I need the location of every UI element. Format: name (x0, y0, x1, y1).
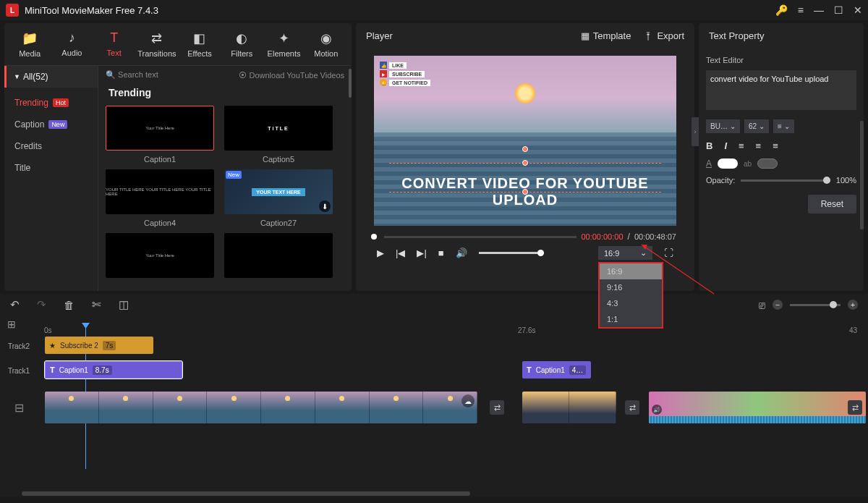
transition-button-1[interactable]: ⇄ (490, 400, 504, 415)
bold-button[interactable]: B (706, 140, 712, 151)
fullscreen-button[interactable]: ⛶ (664, 248, 673, 258)
text-clip-icon: T (50, 365, 55, 374)
font-size-select[interactable]: 62 ⌄ (744, 119, 769, 133)
close-icon[interactable]: ✕ (854, 4, 862, 16)
chevron-down-icon: ⌄ (640, 248, 647, 258)
category-title[interactable]: Title (4, 157, 98, 179)
align-center-button[interactable]: ≡ (756, 140, 762, 151)
asset-panel: 📁Media ♪Audio TText ⇄Transitions ◧Effect… (4, 23, 352, 291)
transition-button-3[interactable]: ⇄ (848, 400, 862, 415)
download-icon[interactable]: ⬇ (319, 200, 331, 212)
player-panel: Player ▦Template ⭱Export 👍LIKE ▶SUBSCRIB… (356, 23, 694, 291)
snap-button[interactable]: ⎚ (759, 299, 765, 311)
stop-button[interactable]: ■ (438, 248, 444, 258)
category-trending[interactable]: TrendingHot (4, 92, 98, 114)
highlight-button[interactable]: ab (744, 160, 752, 168)
template-caption5[interactable]: TITLE Caption5 (224, 106, 333, 164)
font-family-select[interactable]: BU… ⌄ (706, 119, 740, 133)
ratio-option-4-3[interactable]: 4:3 (600, 295, 662, 311)
opacity-value: 100% (836, 176, 856, 185)
template-icon: ▦ (581, 30, 590, 41)
transition-button-2[interactable]: ⇄ (625, 400, 639, 415)
export-button[interactable]: ⭱Export (644, 30, 684, 41)
text-color-button[interactable]: A (706, 158, 712, 169)
text-clip-icon: T (527, 365, 532, 374)
opacity-slider[interactable] (741, 179, 830, 182)
ratio-option-9-16[interactable]: 9:16 (600, 279, 662, 295)
video-clip-1[interactable]: ☁ (45, 392, 477, 423)
app-logo: L (6, 4, 19, 17)
category-caption[interactable]: CaptionNew (4, 114, 98, 135)
line-spacing-select[interactable]: ≡ ⌄ (773, 119, 794, 133)
grid-title: Trending (109, 87, 341, 98)
text-editor-label: Text Editor (706, 56, 856, 64)
color-swatch[interactable] (718, 158, 738, 169)
video-clip-2[interactable] (522, 392, 616, 423)
maximize-icon[interactable]: ☐ (834, 4, 843, 16)
search-input[interactable]: 🔍 Search text (106, 70, 158, 80)
minimize-icon[interactable]: — (814, 4, 824, 16)
scrubber-track[interactable] (384, 236, 576, 238)
template-caption4[interactable]: YOUR TITLE HERE YOUR TITLE HERE YOUR TIT… (106, 169, 214, 227)
zoom-out-button[interactable]: − (773, 300, 783, 310)
aspect-ratio-select[interactable]: 16:9⌄ 16:9 9:16 4:3 1:1 (598, 246, 652, 260)
template-extra1[interactable]: Your Title Here (106, 233, 214, 278)
tab-media[interactable]: 📁Media (10, 26, 49, 62)
properties-scrollbar[interactable] (860, 121, 864, 229)
tab-motion[interactable]: ◉Motion (307, 26, 346, 62)
timeline-scrollbar[interactable] (22, 491, 470, 496)
prev-button[interactable]: |◀ (396, 248, 405, 258)
video-clip-3[interactable]: 🔊 (649, 392, 866, 423)
tab-filters[interactable]: ◐Filters (222, 26, 261, 62)
scrubber-handle[interactable] (371, 234, 377, 240)
align-right-button[interactable]: ≡ (773, 140, 778, 151)
next-button[interactable]: ▶| (417, 248, 426, 258)
time-current: 00:00:00:00 (581, 232, 623, 241)
audio-icon: 🔊 (652, 405, 662, 415)
template-extra2[interactable] (224, 233, 333, 278)
ratio-option-1-1[interactable]: 1:1 (600, 311, 662, 327)
highlight-toggle[interactable] (757, 158, 778, 169)
tab-effects[interactable]: ◧Effects (180, 26, 219, 62)
clip-subscribe[interactable]: ★Subscribe 27s (45, 337, 153, 354)
volume-icon[interactable]: 🔊 (456, 248, 467, 258)
tab-text[interactable]: TText (95, 26, 134, 62)
opacity-label: Opacity: (706, 176, 735, 185)
add-track-button[interactable]: ⊞ (7, 318, 16, 330)
filters-icon: ◐ (236, 30, 247, 46)
volume-slider[interactable] (479, 252, 544, 254)
category-all[interactable]: ▼All(52) (4, 66, 98, 88)
reset-button[interactable]: Reset (808, 195, 856, 214)
redo-button[interactable]: ↷ (37, 298, 46, 311)
align-left-button[interactable]: ≡ (739, 140, 744, 151)
template-caption1[interactable]: Your Title Here Caption1 (106, 106, 214, 164)
hamburger-icon[interactable]: ≡ (798, 4, 804, 16)
text-content-input[interactable] (706, 70, 856, 110)
delete-button[interactable]: 🗑 (64, 299, 75, 311)
tab-elements[interactable]: ✦Elements (264, 26, 303, 62)
clip-cloud-icon[interactable]: ☁ (461, 394, 475, 407)
template-caption27[interactable]: NewYOUR TEXT HERE⬇ Caption27 (224, 169, 333, 227)
italic-button[interactable]: I (724, 140, 727, 151)
video-preview[interactable]: 👍LIKE ▶SUBSCRIBE 🔔GET NOTIFIED CONVERT V… (374, 56, 676, 226)
clip-caption1-b[interactable]: TCaption14… (522, 361, 591, 379)
split-button[interactable]: ✄ (92, 298, 101, 311)
effects-icon: ◧ (193, 30, 205, 46)
category-credits[interactable]: Credits (4, 135, 98, 157)
clip-caption1-a[interactable]: TCaption18.7s (45, 361, 182, 379)
template-button[interactable]: ▦Template (581, 30, 631, 41)
crop-button[interactable]: ◫ (119, 298, 129, 311)
ratio-option-16-9[interactable]: 16:9 (600, 263, 662, 279)
zoom-in-button[interactable]: + (848, 300, 858, 310)
undo-button[interactable]: ↶ (10, 298, 20, 311)
tab-audio[interactable]: ♪Audio (52, 26, 91, 62)
subscribe-icon: ▶ (380, 70, 387, 77)
tab-transitions[interactable]: ⇄Transitions (137, 26, 177, 62)
asset-scrollbar[interactable] (349, 69, 352, 98)
zoom-slider[interactable] (790, 304, 841, 306)
panel-expand-tab[interactable]: › (692, 117, 699, 146)
key-icon[interactable]: 🔑 (775, 4, 788, 16)
download-youtube-link[interactable]: ⦿ Download YouTube Videos (239, 71, 344, 80)
play-button[interactable]: ▶ (377, 248, 384, 258)
properties-title: Text Property (709, 30, 765, 41)
